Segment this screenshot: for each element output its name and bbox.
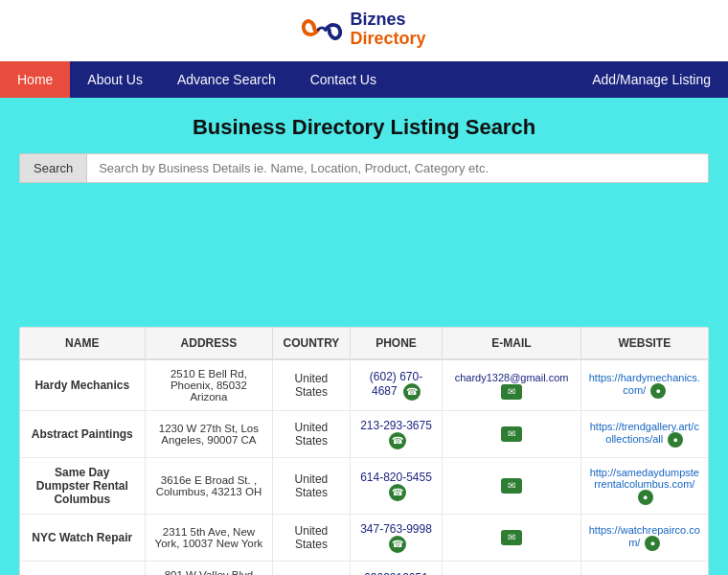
col-phone: PHONE: [350, 328, 443, 359]
table-header-row: NAME ADDRESS COUNTRY PHONE E-MAIL WEBSIT…: [20, 328, 708, 359]
email-icon: ✉: [501, 530, 522, 545]
table-row: Lu Dental Care - Alhambra Dentist801 W V…: [20, 562, 708, 576]
nav-add-listing[interactable]: Add/Manage Listing: [575, 61, 728, 98]
web-icon: ●: [650, 383, 666, 399]
cell-email[interactable]: ✉: [443, 458, 580, 515]
cell-website[interactable]: http://samedaydumpsterrentalcolumbus.com…: [580, 458, 708, 515]
logo: Biznes Directory: [302, 10, 425, 50]
cell-address: 801 W Valley Blvd #201, Alhambra, 91803 …: [145, 562, 273, 576]
web-icon: ●: [668, 432, 683, 448]
cell-country: United States: [273, 359, 350, 411]
email-icon: ✉: [501, 426, 522, 442]
cell-address: 3616e E Broad St. , Columbus, 43213 OH: [145, 458, 273, 515]
col-website: WEBSITE: [580, 328, 708, 359]
cell-name: NYC Watch Repair: [20, 515, 145, 562]
table-row: Same Day Dumpster Rental Columbus3616e E…: [20, 458, 708, 515]
phone-icon: ☎: [389, 536, 406, 553]
nav-spacer: [394, 61, 575, 98]
table-row: NYC Watch Repair2311 5th Ave, New York, …: [20, 515, 708, 562]
cell-email[interactable]: ✉: [443, 562, 580, 576]
cell-address: 1230 W 27th St, Los Angeles, 90007 CA: [145, 411, 273, 458]
cell-address: 2311 5th Ave, New York, 10037 New York: [145, 515, 273, 562]
results-table-wrapper: NAME ADDRESS COUNTRY PHONE E-MAIL WEBSIT…: [19, 327, 709, 575]
phone-number: 614-820-5455: [360, 471, 432, 484]
email-icon: ✉: [501, 384, 522, 400]
logo-text: Biznes Directory: [350, 11, 425, 49]
website-link[interactable]: http://samedaydumpsterrentalcolumbus.com…: [590, 467, 699, 490]
cell-name: Lu Dental Care - Alhambra Dentist: [20, 562, 145, 576]
col-address: ADDRESS: [145, 328, 273, 359]
cell-phone[interactable]: 614-820-5455 ☎: [350, 458, 443, 515]
phone-number: 213-293-3675: [360, 419, 432, 432]
cell-name: Abstract Paintings: [20, 411, 145, 458]
phone-number: 347-763-9998: [360, 522, 432, 536]
phone-icon: ☎: [389, 432, 406, 449]
main-content: Business Directory Listing Search Search…: [0, 98, 728, 575]
cell-country: United States: [273, 411, 350, 458]
website-link[interactable]: https://hardymechanics.com/: [589, 372, 700, 396]
search-bar: Search: [19, 153, 709, 183]
cell-phone[interactable]: (602) 670-4687 ☎: [350, 359, 443, 411]
cell-website[interactable]: https://trendgallery.art/collections/all…: [580, 411, 708, 458]
logo-icon: [302, 10, 342, 50]
col-country: COUNTRY: [273, 328, 350, 359]
table-row: Hardy Mechanics2510 E Bell Rd, Phoenix, …: [20, 359, 708, 411]
phone-number: 6262813651: [364, 571, 428, 575]
phone-icon: ☎: [389, 484, 406, 501]
cell-name: Same Day Dumpster Rental Columbus: [20, 458, 145, 515]
cell-email[interactable]: ✉: [443, 411, 580, 458]
nav-home[interactable]: Home: [0, 61, 70, 98]
cell-name: Hardy Mechanics: [20, 359, 145, 411]
col-name: NAME: [20, 328, 145, 359]
cell-phone[interactable]: 347-763-9998 ☎: [350, 515, 443, 562]
main-nav: Home About Us Advance Search Contact Us …: [0, 61, 728, 98]
nav-contact[interactable]: Contact Us: [293, 61, 394, 98]
cell-website[interactable]: http://ludental.care/ ●: [580, 562, 708, 576]
search-button[interactable]: Search: [20, 154, 87, 182]
cell-country: United States: [273, 458, 350, 515]
web-icon: ●: [638, 490, 653, 505]
nav-about[interactable]: About Us: [70, 61, 160, 98]
search-input[interactable]: [87, 154, 708, 182]
cell-phone[interactable]: 6262813651 ☎: [350, 562, 443, 576]
results-table: NAME ADDRESS COUNTRY PHONE E-MAIL WEBSIT…: [20, 328, 708, 575]
cell-phone[interactable]: 213-293-3675 ☎: [350, 411, 443, 458]
cell-country: United States: [273, 515, 350, 562]
cell-website[interactable]: https://watchrepairco.com/ ●: [580, 515, 708, 562]
cell-website[interactable]: https://hardymechanics.com/ ●: [580, 359, 708, 411]
logo-biznes: Biznes: [350, 11, 405, 30]
cell-country: United States: [273, 562, 350, 576]
cell-email[interactable]: chardy1328@gmail.com ✉: [443, 359, 580, 411]
cell-address: 2510 E Bell Rd, Phoenix, 85032 Arizona: [145, 359, 273, 411]
col-email: E-MAIL: [443, 328, 580, 359]
page-title: Business Directory Listing Search: [19, 115, 709, 140]
email-icon: ✉: [501, 478, 522, 494]
site-header: Biznes Directory: [0, 0, 728, 61]
cell-email[interactable]: ✉: [443, 515, 580, 562]
logo-directory: Directory: [350, 30, 425, 49]
phone-icon: ☎: [403, 383, 421, 401]
web-icon: ●: [645, 536, 660, 551]
email-address: chardy1328@gmail.com: [455, 372, 569, 383]
nav-advance-search[interactable]: Advance Search: [160, 61, 293, 98]
table-row: Abstract Paintings1230 W 27th St, Los An…: [20, 411, 708, 458]
